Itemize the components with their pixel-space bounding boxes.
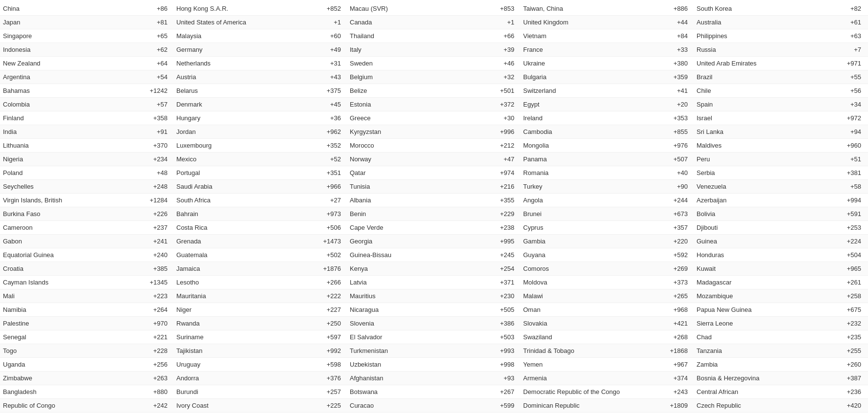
country-code: +41 <box>633 85 694 97</box>
country-name: Mexico <box>173 153 271 165</box>
country-code: +266 <box>271 276 347 288</box>
country-name: Malaysia <box>173 30 271 42</box>
country-code: +974 <box>445 167 520 179</box>
table-row: Equatorial Guinea+240Guatemala+502Guinea… <box>0 248 868 262</box>
country-name: Venezuela <box>694 180 791 193</box>
country-code: +47 <box>445 153 520 165</box>
country-name: Bangladesh <box>0 386 103 398</box>
country-code: +386 <box>445 317 520 329</box>
country-code: +976 <box>633 139 694 152</box>
country-group: Mauritania+222 <box>173 290 347 302</box>
country-code: +353 <box>633 112 694 124</box>
country-group: Yemen+967 <box>520 358 694 371</box>
country-name: Belize <box>347 85 445 97</box>
country-group: Indonesia+62 <box>0 44 173 56</box>
country-group: Albania+355 <box>347 194 520 206</box>
country-name: Finland <box>0 112 103 124</box>
country-code: +352 <box>271 139 347 152</box>
country-code: +261 <box>791 276 867 288</box>
country-code: +1 <box>271 16 347 28</box>
country-name: Turkmenistan <box>347 345 445 357</box>
country-group: Angola+244 <box>520 194 694 206</box>
country-code: +1868 <box>633 345 694 357</box>
country-group: Belgium+32 <box>347 71 520 83</box>
table-row: Cayman Islands+1345Lesotho+266Latvia+371… <box>0 276 868 289</box>
country-name: Kenya <box>347 263 445 275</box>
country-name: Djibouti <box>694 221 791 234</box>
country-group: Djibouti+253 <box>694 221 867 234</box>
country-code: +370 <box>103 139 173 152</box>
country-group: Mexico+52 <box>173 153 347 165</box>
country-name: Sri Lanka <box>694 126 791 138</box>
country-group: Venezuela+58 <box>694 180 867 193</box>
country-name: Czech Republic <box>694 399 791 412</box>
country-name: Madagascar <box>694 276 791 288</box>
country-group: Bolivia+591 <box>694 208 867 220</box>
country-code: +1284 <box>103 194 173 206</box>
country-code: +372 <box>445 98 520 110</box>
country-code: +91 <box>103 126 173 138</box>
country-group: Poland+48 <box>0 167 173 179</box>
country-name: Ecuador <box>173 413 271 416</box>
country-code: +227 <box>271 304 347 316</box>
country-name: Maldives <box>694 139 791 152</box>
country-code: +964 <box>633 413 694 416</box>
country-group: Central African+236 <box>694 386 867 398</box>
country-name: Yemen <box>520 358 633 371</box>
table-row: Gabon+241Grenada+1473Georgia+995Gambia+2… <box>0 235 868 248</box>
country-name: Zimbabwe <box>0 372 103 384</box>
country-code: +244 <box>633 194 694 206</box>
country-name: Japan <box>0 16 103 28</box>
country-code: +58 <box>791 180 867 193</box>
country-name: Andorra <box>173 372 271 384</box>
country-group: Romania+40 <box>520 167 694 179</box>
country-code: +235 <box>791 331 867 343</box>
country-name: Uganda <box>0 358 103 371</box>
country-name: Chile <box>694 85 791 97</box>
country-code: +228 <box>103 345 173 357</box>
country-group: Tajikistan+992 <box>173 345 347 357</box>
country-name: France <box>520 44 633 56</box>
country-group: Afghanistan+93 <box>347 372 520 384</box>
country-name: Israel <box>694 112 791 124</box>
country-code: +267 <box>445 386 520 398</box>
country-code: +64 <box>103 57 173 69</box>
country-code: +224 <box>791 235 867 247</box>
country-group: Germany+49 <box>173 44 347 56</box>
country-name: Togo <box>0 345 103 357</box>
country-name: Equatorial Guinea <box>0 249 103 261</box>
country-name: Austria <box>173 71 271 83</box>
country-code: +27 <box>271 194 347 206</box>
country-group: Kazakhstan+7 <box>694 413 867 416</box>
country-group: United States of America+1 <box>173 16 347 28</box>
country-code: +420 <box>791 399 867 412</box>
country-name: Thailand <box>347 30 445 42</box>
country-code: +236 <box>791 386 867 398</box>
country-code: +36 <box>271 112 347 124</box>
country-name: Canada <box>347 16 445 28</box>
country-name: Angola <box>520 194 633 206</box>
country-group: Grenada+1473 <box>173 235 347 247</box>
country-name: Croatia <box>0 263 103 275</box>
table-row: Cameroon+237Costa Rica+506Cape Verde+238… <box>0 221 868 235</box>
country-code: +675 <box>791 304 867 316</box>
table-row: Togo+228Tajikistan+992Turkmenistan+993Tr… <box>0 344 868 358</box>
country-name: Panama <box>520 153 633 165</box>
country-name: Germany <box>173 44 271 56</box>
country-group: United Arab Emirates+971 <box>694 57 867 69</box>
country-group: Slovenia+386 <box>347 317 520 329</box>
country-code: +269 <box>633 263 694 275</box>
country-group: Panama+507 <box>520 153 694 165</box>
country-group: Senegal+221 <box>0 331 173 343</box>
country-code: +258 <box>791 290 867 302</box>
country-code: +1809 <box>633 399 694 412</box>
country-code: +90 <box>633 180 694 193</box>
country-code: +57 <box>103 98 173 110</box>
country-group: Oman+968 <box>520 304 694 316</box>
country-code: +971 <box>791 57 867 69</box>
country-name: Albania <box>347 194 445 206</box>
country-group: Turkmenistan+993 <box>347 345 520 357</box>
country-code: +385 <box>103 263 173 275</box>
country-name: Grenada <box>173 235 271 247</box>
country-group: Croatia+385 <box>0 263 173 275</box>
